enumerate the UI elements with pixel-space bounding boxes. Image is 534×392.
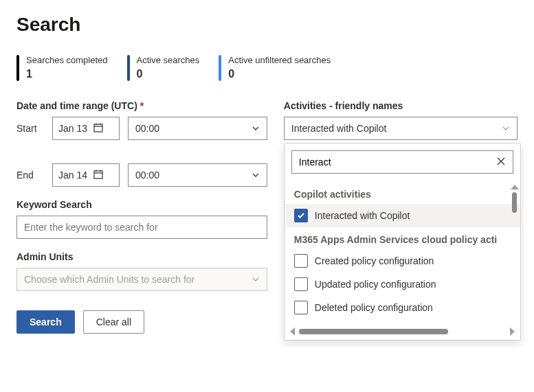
clear-all-button[interactable]: Clear all: [83, 310, 144, 334]
calendar-icon: [93, 169, 104, 182]
activities-selected-value: Interacted with Copilot: [291, 123, 387, 134]
start-label: Start: [16, 123, 44, 134]
activity-group-header: M365 Apps Admin Services cloud policy ac…: [285, 227, 498, 249]
activity-option-label: Updated policy configuration: [315, 279, 436, 290]
stat-completed: Searches completed 1: [16, 55, 108, 81]
stat-indicator: [16, 55, 19, 81]
activity-option-label: Interacted with Copilot: [315, 210, 410, 221]
admin-units-select[interactable]: Choose which Admin Units to search for: [16, 268, 267, 291]
activities-label: Activities - friendly names: [284, 100, 518, 111]
stat-value: 1: [26, 68, 108, 80]
chevron-down-icon: [252, 275, 260, 284]
scroll-up-icon: [511, 185, 519, 189]
end-date-picker[interactable]: Jan 14: [52, 163, 120, 187]
search-stats: Searches completed 1 Active searches 0 A…: [16, 55, 518, 81]
calendar-icon: [93, 122, 104, 135]
stat-active: Active searches 0: [127, 55, 200, 81]
activity-option[interactable]: Updated policy configuration: [285, 273, 520, 296]
stat-label: Searches completed: [26, 55, 108, 67]
scroll-right-icon: [510, 327, 515, 336]
chevron-down-icon: [252, 171, 260, 179]
stat-value: 0: [137, 68, 200, 80]
end-time-value: 00:00: [135, 170, 159, 181]
admin-units-label: Admin Units: [16, 251, 267, 262]
stat-label: Active searches: [137, 55, 200, 67]
scroll-thumb[interactable]: [299, 329, 448, 334]
start-time-select[interactable]: 00:00: [128, 117, 267, 140]
page-title: Search: [16, 14, 518, 36]
activity-option[interactable]: Created policy configuration: [285, 249, 520, 273]
keyword-label: Keyword Search: [16, 199, 267, 210]
activity-option[interactable]: Interacted with Copilot: [285, 204, 520, 227]
svg-rect-0: [94, 124, 102, 132]
activity-option-label: Created policy configuration: [315, 255, 434, 266]
close-icon: [496, 157, 506, 168]
chevron-down-icon: [502, 124, 510, 132]
date-range-label: Date and time range (UTC) *: [16, 100, 267, 111]
start-time-value: 00:00: [135, 123, 159, 134]
stat-value: 0: [228, 68, 331, 80]
stat-indicator: [219, 55, 221, 81]
checkbox-unchecked[interactable]: [294, 254, 308, 268]
svg-rect-10: [94, 171, 102, 178]
activities-filter-input[interactable]: [291, 150, 513, 174]
chevron-down-icon: [252, 124, 260, 132]
keyword-input[interactable]: [16, 216, 267, 239]
activity-option-label: Deleted policy configuration: [315, 302, 433, 313]
stat-label: Active unfiltered searches: [228, 55, 331, 67]
checkbox-checked[interactable]: [294, 209, 308, 222]
activity-option[interactable]: Deleted policy configuration: [285, 296, 520, 319]
activities-select[interactable]: Interacted with Copilot: [284, 117, 518, 140]
end-time-select[interactable]: 00:00: [128, 163, 267, 187]
vertical-scrollbar[interactable]: [511, 185, 519, 325]
scroll-thumb[interactable]: [512, 192, 517, 213]
horizontal-scrollbar[interactable]: [285, 325, 520, 340]
activity-group-header: Copilot activities: [285, 182, 520, 204]
required-asterisk: *: [140, 100, 144, 111]
start-date-picker[interactable]: Jan 13: [52, 117, 120, 140]
search-button[interactable]: Search: [16, 310, 75, 334]
admin-units-placeholder: Choose which Admin Units to search for: [24, 274, 194, 285]
checkbox-unchecked[interactable]: [294, 301, 308, 314]
start-date-value: Jan 13: [58, 123, 87, 134]
end-label: End: [16, 170, 44, 181]
activities-dropdown: Copilot activities Interacted with Copil…: [284, 143, 521, 341]
clear-filter-button[interactable]: [493, 154, 509, 170]
end-date-value: Jan 14: [58, 170, 87, 181]
checkbox-unchecked[interactable]: [294, 277, 308, 291]
stat-unfiltered: Active unfiltered searches 0: [219, 55, 331, 81]
scroll-left-icon: [290, 327, 295, 336]
stat-indicator: [127, 55, 130, 81]
